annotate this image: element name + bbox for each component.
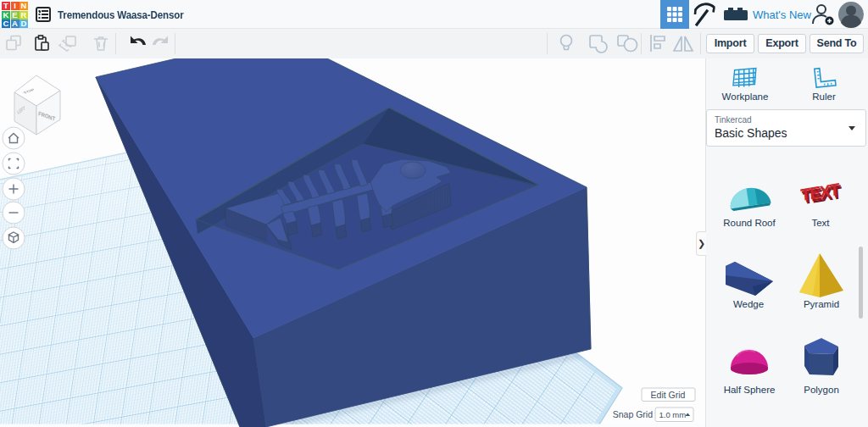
svg-text:1.0 mm: 1.0 mm: [659, 410, 687, 419]
svg-text:Round Roof: Round Roof: [723, 218, 776, 228]
svg-text:Half Sphere: Half Sphere: [724, 385, 776, 395]
svg-text:Polygon: Polygon: [804, 385, 839, 395]
svg-text:Pyramid: Pyramid: [804, 299, 839, 309]
svg-text:Text: Text: [811, 218, 830, 228]
svg-text:Snap Grid: Snap Grid: [613, 409, 653, 419]
svg-text:Edit Grid: Edit Grid: [651, 390, 686, 400]
svg-text:Wedge: Wedge: [733, 299, 764, 309]
